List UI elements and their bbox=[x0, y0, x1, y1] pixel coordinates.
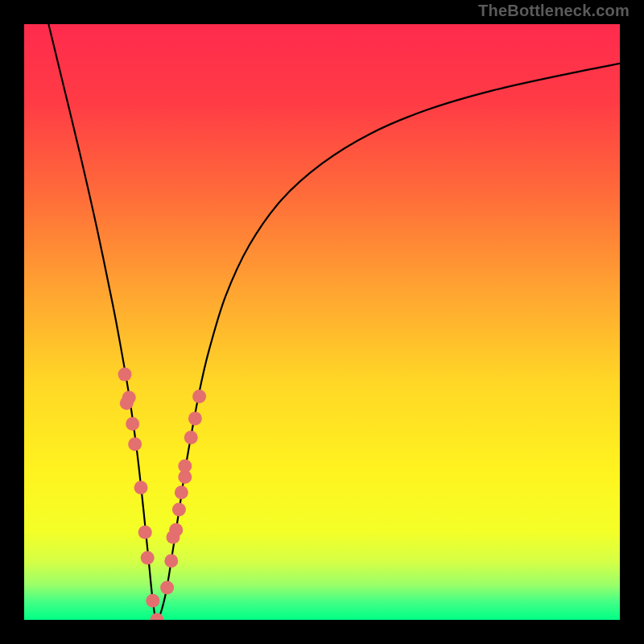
sample-dot bbox=[118, 368, 132, 382]
sample-dot bbox=[172, 503, 186, 517]
sample-dot bbox=[120, 396, 134, 410]
sample-dot bbox=[184, 431, 198, 444]
plot-frame bbox=[24, 24, 620, 620]
sample-dot bbox=[126, 417, 139, 431]
sample-dot bbox=[175, 485, 188, 499]
sample-dot bbox=[146, 594, 159, 608]
sample-dot bbox=[128, 437, 142, 451]
sample-dot bbox=[138, 526, 152, 539]
sample-dot bbox=[160, 581, 174, 595]
sample-dot bbox=[141, 551, 155, 565]
chart-svg bbox=[24, 24, 620, 620]
watermark-text: TheBottleneck.com bbox=[478, 2, 630, 20]
sample-dot bbox=[134, 481, 148, 494]
sample-dot bbox=[164, 554, 178, 568]
sample-dot bbox=[169, 523, 183, 537]
sample-dot bbox=[192, 390, 206, 403]
gradient-rect bbox=[24, 24, 620, 620]
sample-dot bbox=[178, 460, 192, 473]
sample-dot bbox=[188, 411, 202, 425]
